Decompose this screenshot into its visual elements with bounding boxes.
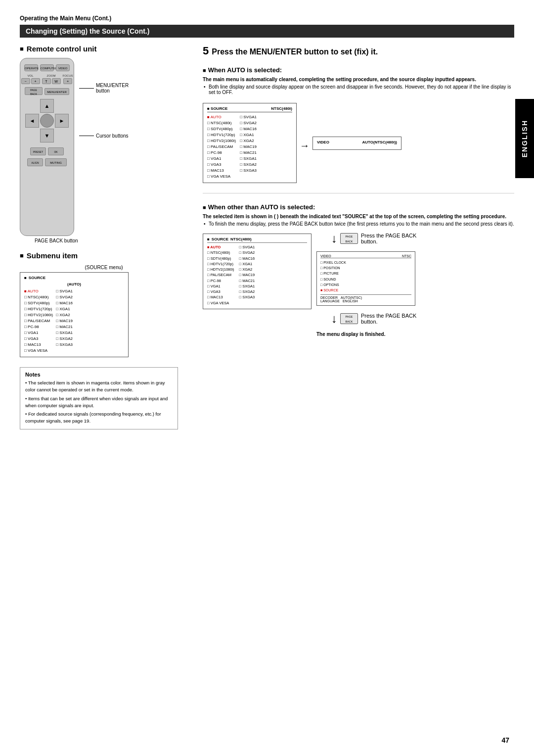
src-pal: PAL/SECAM — [207, 144, 236, 150]
src-pc98: PC-98 — [207, 150, 236, 156]
finished-text: The menu display is finished. — [316, 331, 416, 337]
remote-dpad: ▲ ◄ ► ▼ — [25, 99, 69, 142]
align-btn[interactable]: ALIGN — [27, 158, 43, 166]
ok-btn[interactable]: OK — [48, 147, 64, 155]
note-item2: • Items that can be set are different wh… — [25, 395, 173, 410]
dpad-empty-tr — [55, 99, 69, 113]
english-label: ENGLISH — [521, 120, 529, 157]
cursor-label: Cursor buttons — [96, 133, 129, 139]
ls-hdtv1: HDTV1(720p) — [207, 261, 234, 267]
video-btn[interactable]: VIDEO — [56, 64, 70, 71]
src-sdtv: SDTV(480p) — [207, 126, 236, 132]
submenu-heading: Submenu item — [20, 251, 188, 260]
vol-plus[interactable]: + — [31, 78, 40, 84]
sub-item-xga1: XGA1 — [56, 306, 73, 312]
sub-item-auto: AUTO — [24, 288, 53, 294]
focus-controls: + — [63, 78, 72, 84]
src-left-list: AUTO NTSC(480i) SDTV(480p) HDTV1(720p) H… — [207, 114, 236, 180]
step-title: Press the MENU/ENTER button to set (fix)… — [212, 47, 378, 56]
remote-annotations: MENU/ENTER button Cursor buttons — [79, 58, 129, 139]
mms-decoder-label: DECODER — [320, 296, 338, 299]
sub-item-sxga1: SXGA1 — [56, 330, 73, 336]
notes-box: Notes • The selected item is shown in ma… — [20, 367, 178, 429]
src-hdtv2: HDTV2(1080i) — [207, 138, 236, 144]
zoom-t[interactable]: T — [42, 78, 51, 84]
operate-btn[interactable]: OPERATE — [24, 64, 38, 71]
sub-item-sdtv: SDTV(480p) — [24, 300, 53, 306]
submenu-title-text: SOURCE — [29, 276, 45, 280]
source-screen-cols: AUTO NTSC(480i) SDTV(480p) HDTV1(720p) H… — [207, 114, 292, 180]
menu-enter-btn[interactable]: MENU/ENTER — [44, 88, 69, 95]
auto-result-header: VIDEO AUTO(NTSC(480i)) — [317, 140, 397, 144]
ls-pc98: PC-98 — [207, 278, 234, 284]
ls-auto: AUTO — [207, 244, 234, 250]
ls-svga1: SVGA1 — [239, 244, 255, 250]
ls-mac19: MAC19 — [239, 272, 255, 278]
page-back-button-2[interactable]: PAGEBACK — [340, 313, 358, 324]
pb2-text: Press the PAGE BACK button. — [361, 313, 416, 325]
zoom-label: ZOOM — [47, 74, 56, 77]
dpad-right[interactable]: ► — [55, 114, 69, 128]
dpad-left[interactable]: ◄ — [25, 114, 39, 128]
vol-controls: − + — [21, 78, 40, 84]
step5-row: 5 Press the MENU/ENTER button to set (fi… — [203, 45, 514, 61]
sub-item-pal: PAL/SECAM — [24, 318, 53, 324]
dpad-down[interactable]: ▼ — [40, 129, 54, 142]
page-back-label: PAGE BACK button — [35, 238, 188, 243]
ls-sxga1: SXGA1 — [239, 284, 255, 289]
dpad-empty-br — [55, 129, 69, 142]
submenu-subtitle: (AUTO) — [24, 282, 124, 286]
operating-header: Operating the Main Menu (Cont.) — [20, 15, 514, 22]
button-label: button — [96, 88, 129, 94]
page-menu-row: PAGEBACK MENU/ENTER — [25, 87, 69, 95]
annot-line-2 — [79, 136, 94, 136]
ls-svga2: SVGA2 — [239, 250, 255, 255]
dpad-up[interactable]: ▲ — [40, 99, 54, 113]
remote-vol-zoom: VOL − + ZOOM T W — [21, 74, 73, 84]
src-mac19: MAC19 — [240, 144, 257, 150]
src-svga1: SVGA1 — [240, 114, 257, 120]
pb1-line2: button. — [361, 238, 416, 244]
mms-sound: SOUND — [320, 277, 411, 282]
submenu-checkbox: ■ — [24, 276, 27, 280]
left-column: Remote control unit OPERATE COMPUTER VID… — [20, 45, 188, 429]
muting-btn[interactable]: MUTING — [45, 158, 67, 166]
src-svga2: SVGA2 — [240, 120, 257, 126]
zoom-controls: T W — [42, 78, 61, 84]
dpad-center[interactable] — [40, 114, 54, 128]
page-back-btn[interactable]: PAGEBACK — [25, 87, 43, 95]
mms-position: POSITION — [320, 265, 411, 271]
note-item1: • The selected item is shown in magenta … — [25, 379, 173, 394]
mms-language-val: ENGLISH — [343, 299, 358, 303]
large-source-screen: ■ SOURCE NTSC(480i) AUTO NTSC(480i) SDTV… — [203, 234, 312, 309]
computer-btn[interactable]: COMPUTER — [40, 64, 54, 71]
pb2-line1: Press the PAGE BACK — [361, 313, 416, 319]
zoom-w[interactable]: W — [52, 78, 61, 84]
ls-xga2: XGA2 — [239, 267, 255, 272]
vol-minus[interactable]: − — [21, 78, 30, 84]
focus-block: FOCUS + — [63, 74, 73, 84]
mms-picture: PICTURE — [320, 271, 411, 276]
page-number: 47 — [501, 736, 509, 744]
page-back-button-1[interactable]: PAGEBACK — [340, 233, 358, 244]
submenu-screen: ■ SOURCE (AUTO) AUTO NTSC(480i) SDTV(480… — [20, 272, 129, 357]
down-arrow-icon-2: ↓ — [331, 313, 337, 325]
menu-enter-text: MENU/ENTER button — [96, 83, 129, 94]
src-xga1: XGA1 — [240, 132, 257, 138]
down-arrow-icon-1: ↓ — [331, 233, 337, 244]
dpad-empty-tl — [25, 99, 39, 113]
sub-item-sxga2: SXGA2 — [56, 336, 73, 342]
menu-enter-annotation: MENU/ENTER button — [79, 83, 129, 94]
ls-right-list: SVGA1 SVGA2 MAC16 XGA1 XGA2 MAC19 MAC21 … — [239, 244, 255, 306]
dpad-empty-bl — [25, 129, 39, 142]
right-column: 5 Press the MENU/ENTER button to set (fi… — [203, 45, 514, 429]
preset-btn[interactable]: PRESET — [30, 147, 46, 155]
ls-sxga3: SXGA3 — [239, 294, 255, 300]
ls-vga1: VGA1 — [207, 284, 234, 289]
submenu-screen-icon: ■ SOURCE — [24, 276, 124, 280]
focus-plus[interactable]: + — [63, 78, 72, 84]
mms-pixel: PIXEL CLOCK — [320, 260, 411, 265]
large-screen-title: ■ SOURCE NTSC(480i) — [207, 237, 307, 243]
ls-mac21: MAC21 — [239, 278, 255, 284]
mms-footer: DECODER AUTO(NTSC) LANGUAGE ENGLISH — [320, 294, 411, 303]
